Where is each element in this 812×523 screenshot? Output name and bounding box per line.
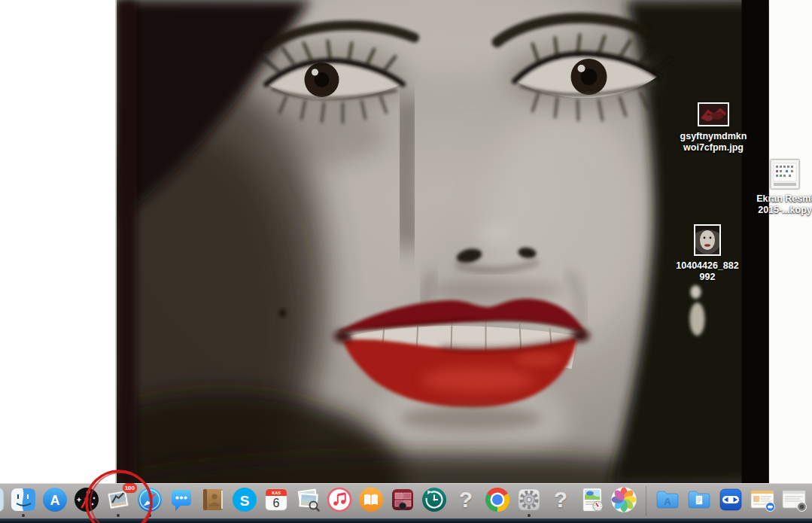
dock-item-gauge-music-app[interactable] [73,486,100,513]
file-label-line1: gsyftnymdmkn [680,131,747,142]
dock-item-calendar[interactable]: KAS 6 [263,486,290,513]
time-machine-icon [421,486,448,513]
skype-letter: S [240,493,250,509]
dock-item-applications-folder[interactable]: A [654,486,681,513]
file-label-line2: woi7cfpm.jpg [680,142,747,154]
dock: A [0,483,812,518]
dock-item-teamviewer[interactable] [717,486,744,513]
jpg-thumbnail [698,102,729,126]
file-label-line1: Ekran Resmi [756,193,812,205]
file-label-line1: 10404426_882 [676,260,738,272]
screen-bottom-strip [0,518,812,523]
dock-item-missing-app-2[interactable]: ? [547,486,574,513]
photo-booth-icon [389,486,416,513]
applications-folder-icon: A [654,486,681,513]
ibooks-icon [357,486,385,513]
mail-unread-badge: 100 [123,483,137,493]
calendar-month: KAS [272,491,281,495]
desktop-file-portrait[interactable]: 10404426_882 992 [666,224,749,283]
dock-item-chrome[interactable] [484,486,511,513]
chrome-icon [484,486,511,513]
file-label: gsyftnymdmkn woi7cfpm.jpg [680,131,747,154]
portrait-thumbnail [694,224,721,256]
dock-item-safari[interactable] [136,486,163,513]
dock-item-minimized-window-1[interactable] [749,486,776,513]
messages-icon [168,486,195,513]
dock-item-missing-app-1[interactable]: ? [452,486,479,513]
dock-item-contacts[interactable] [199,486,227,513]
wallpaper-right-margin [769,0,812,484]
installer-icon [579,486,606,513]
dock-items: A [0,484,812,521]
applications-folder-letter: A [664,496,671,507]
gear-icon [515,486,543,513]
documents-folder-icon [686,486,713,513]
preview-icon [294,486,321,513]
dock-separator [642,486,649,516]
file-label: Ekran Resmi 2015-...kopy [756,193,812,216]
dock-item-system-preferences[interactable] [515,486,543,513]
minimized-window-thumbnail [780,486,807,513]
screenshot-thumbnail [771,160,799,189]
dock-item-installer[interactable] [579,486,606,513]
dock-item-preview[interactable] [294,486,321,513]
finder-icon [10,486,37,513]
dock-item-documents-folder[interactable] [686,486,713,513]
dock-item-app-store[interactable]: A [41,486,68,513]
dock-item-photos[interactable] [610,486,637,513]
dock-item-minimized-window-2[interactable] [780,486,807,513]
file-label-line2: 2015-...kopy [756,205,812,216]
teamviewer-icon [717,486,744,513]
photos-flower-icon [610,486,637,513]
dock-item-itunes[interactable] [326,486,353,513]
dock-item-mail-stamp[interactable]: 100 [105,486,132,513]
gauge-music-icon [73,486,100,513]
desktop-file-screenshot[interactable]: Ekran Resmi 2015-...kopy [744,160,812,216]
wallpaper-left-margin [0,0,117,484]
dock-item-finder[interactable] [10,486,37,513]
partial-app-icon [0,486,5,513]
dock-item-time-machine[interactable] [421,486,448,513]
dock-item-partial-icon[interactable] [0,486,5,513]
app-store-icon: A [41,486,68,513]
question-mark-icon: ? [547,486,574,513]
calendar-icon: KAS 6 [263,486,290,513]
contacts-icon [199,486,227,513]
skype-icon: S [231,486,258,513]
minimized-window-thumbnail [749,486,776,513]
dock-item-ibooks[interactable] [357,486,385,513]
dock-item-photo-booth[interactable] [389,486,416,513]
dock-item-skype[interactable]: S [231,486,258,513]
app-store-letter: A [50,493,60,508]
dock-item-messages[interactable] [168,486,195,513]
file-label: 10404426_882 992 [676,260,738,283]
safari-icon [136,486,163,513]
question-mark-icon: ? [452,486,479,513]
desktop-file-jpg[interactable]: gsyftnymdmkn woi7cfpm.jpg [672,102,755,154]
itunes-icon [326,486,353,513]
file-label-line2: 992 [676,272,738,283]
calendar-day: 6 [273,497,280,509]
